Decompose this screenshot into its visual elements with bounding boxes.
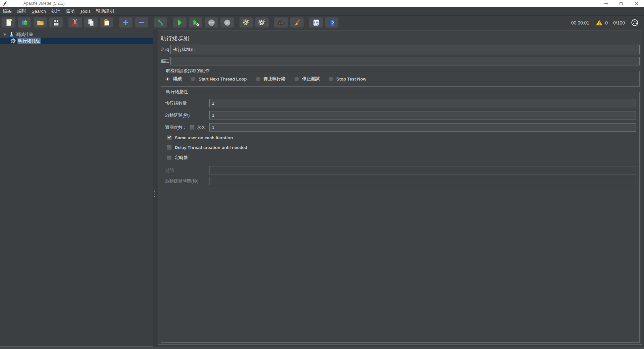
shutdown-icon — [223, 18, 231, 27]
jmeter-app-icon — [3, 1, 7, 6]
warning-icon — [596, 20, 602, 26]
startup-delay-input[interactable] — [209, 177, 636, 185]
restore-button[interactable] — [614, 0, 629, 7]
shutdown-button[interactable] — [220, 17, 234, 28]
radio-stop-test[interactable]: 停止測試 — [294, 76, 320, 82]
copy-button[interactable] — [84, 17, 98, 28]
elapsed-time: 00:00:01 — [571, 20, 590, 26]
scheduler-checkbox[interactable] — [167, 155, 172, 160]
radio-icon[interactable] — [256, 77, 261, 82]
radio-continue[interactable]: 繼續 — [165, 76, 182, 82]
search-button[interactable] — [274, 17, 288, 28]
paste-button[interactable] — [100, 17, 113, 28]
thread-group-panel: 執行緒群組 名稱 備註 取樣錯誤後採取的動作 繼續 Start Next Thr… — [158, 31, 642, 345]
help-button[interactable]: ? — [325, 17, 338, 28]
tree-item-thread-group[interactable]: 執行緒群組 — [0, 38, 153, 44]
search-reset-button[interactable] — [290, 17, 304, 28]
radio-stop-test-now[interactable]: Stop Test Now — [328, 77, 366, 82]
plus-icon — [122, 18, 130, 27]
duration-input[interactable] — [209, 166, 636, 174]
same-user-label: Same user on each iteration — [175, 135, 233, 140]
start-no-timers-icon — [192, 18, 200, 27]
panel-title: 執行緒群組 — [161, 35, 640, 42]
duration-label: 期間 — [165, 167, 209, 173]
log-errors-indicator[interactable]: 0 — [596, 20, 608, 26]
binoculars-icon — [277, 18, 285, 27]
name-input[interactable] — [170, 45, 640, 54]
add-button[interactable] — [119, 17, 132, 28]
name-label: 名稱 — [161, 47, 170, 53]
delay-thread-checkbox[interactable] — [167, 145, 172, 150]
start-icon — [176, 18, 184, 27]
comments-input[interactable] — [170, 57, 640, 65]
function-helper-button[interactable] — [309, 17, 323, 28]
test-plan-icon — [9, 32, 14, 37]
start-button[interactable] — [173, 17, 186, 28]
toolbar-status: 00:00:01 0 0/100 — [571, 16, 639, 29]
num-threads-input[interactable] — [209, 99, 636, 107]
tree-item-test-plan[interactable]: 測試計畫 — [0, 31, 153, 38]
templates-button[interactable] — [18, 17, 31, 28]
radio-icon[interactable] — [328, 77, 333, 82]
templates-icon — [20, 18, 29, 27]
tree-item-label: 執行緒群組 — [17, 38, 41, 44]
radio-stop-thread[interactable]: 停止執行緒 — [256, 76, 285, 82]
cut-button[interactable] — [68, 17, 82, 28]
svg-text:STOP: STOP — [209, 22, 214, 23]
stop-button[interactable]: STOP — [205, 17, 218, 28]
same-user-row[interactable]: Same user on each iteration — [165, 135, 636, 140]
delay-thread-row[interactable]: Delay Thread creation until needed — [165, 145, 636, 150]
new-file-icon — [4, 18, 13, 27]
radio-icon[interactable] — [294, 77, 299, 82]
thread-count: 0/100 — [613, 20, 625, 26]
clear-all-button[interactable] — [255, 17, 269, 28]
remove-button[interactable] — [135, 17, 148, 28]
menu-bar: 檔案 編輯 Search 執行 選項 Tools 輔助說明 — [0, 7, 644, 16]
thread-properties-legend: 執行緒屬性 — [165, 89, 189, 95]
delay-thread-label: Delay Thread creation until needed — [175, 145, 247, 150]
tree-item-label: 測試計畫 — [16, 32, 33, 38]
num-threads-label: 執行緒數量 — [165, 100, 209, 106]
clear-button[interactable] — [239, 17, 253, 28]
menu-options[interactable]: 選項 — [63, 8, 77, 14]
radio-start-next-loop[interactable]: Start Next Thread Loop — [191, 77, 247, 82]
menu-edit[interactable]: 編輯 — [14, 8, 29, 14]
svg-text:?: ? — [331, 21, 334, 25]
menu-tools[interactable]: Tools — [77, 9, 94, 14]
minimize-button[interactable] — [599, 0, 614, 7]
expander-icon[interactable] — [3, 34, 6, 36]
menu-help[interactable]: 輔助說明 — [93, 8, 117, 14]
cut-icon — [71, 18, 79, 27]
ramp-up-input[interactable] — [209, 111, 636, 119]
loop-infinite-checkbox[interactable] — [190, 125, 195, 130]
menu-run[interactable]: 執行 — [49, 8, 63, 14]
thread-properties-fieldset: 執行緒屬性 執行緒數量 啟動延遲(秒) 迴圈次數： 永久 Same user — [161, 89, 640, 343]
open-button[interactable] — [34, 17, 47, 28]
loop-infinite-label: 永久 — [197, 124, 206, 131]
radio-icon[interactable] — [191, 77, 196, 82]
loop-count-input[interactable] — [209, 123, 636, 132]
sampler-error-legend: 取樣錯誤後採取的動作 — [165, 68, 211, 74]
toggle-button[interactable] — [154, 17, 167, 28]
testplan-tree: 測試計畫 執行緒群組 — [0, 29, 153, 347]
window-bottom-edge — [0, 347, 644, 349]
radio-icon[interactable] — [165, 77, 170, 82]
new-testplan-button[interactable] — [2, 17, 15, 28]
save-button[interactable] — [49, 17, 63, 28]
sampler-error-fieldset: 取樣錯誤後採取的動作 繼續 Start Next Thread Loop 停止執… — [161, 68, 640, 87]
toolbar: STOP ? 00:00:01 0 0/100 — [0, 16, 644, 29]
clear-icon — [242, 18, 251, 27]
divider-grip[interactable] — [154, 189, 157, 197]
loop-count-label: 迴圈次數： 永久 — [165, 124, 209, 131]
scheduler-row[interactable]: 定時器 — [165, 155, 636, 161]
split-divider[interactable] — [153, 29, 158, 347]
close-button[interactable] — [629, 0, 644, 7]
menu-file[interactable]: 檔案 — [0, 8, 14, 14]
start-no-timers-button[interactable] — [189, 17, 202, 28]
toggle-icon — [157, 18, 165, 27]
thread-group-icon — [10, 38, 16, 44]
paste-icon — [102, 18, 111, 27]
same-user-checkbox[interactable] — [167, 135, 172, 140]
menu-search[interactable]: Search — [29, 9, 49, 14]
startup-delay-label: 啟動延遲時間(秒) — [165, 178, 209, 184]
